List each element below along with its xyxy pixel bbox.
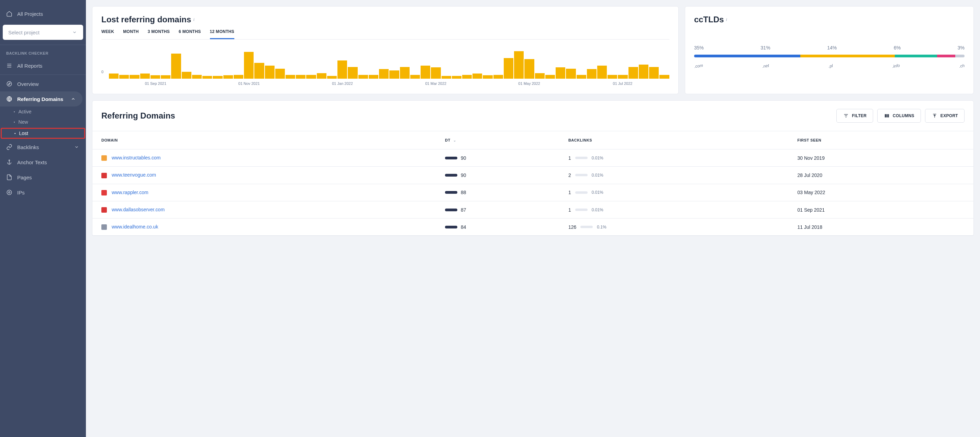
pages-label: Pages xyxy=(17,175,32,180)
first-seen-value: 28 Jul 2020 xyxy=(789,167,974,184)
sidebar-item-pages[interactable]: Pages xyxy=(0,170,86,185)
table-row: www.instructables.com9010.01%30 Nov 2019 xyxy=(92,149,974,167)
backlinks-count: 2 xyxy=(568,172,571,178)
chart-bar xyxy=(202,76,212,79)
chart-bar xyxy=(306,75,316,79)
time-tab[interactable]: MONTH xyxy=(123,29,139,39)
x-label: 01 Nov 2021 xyxy=(202,81,296,86)
chart-bar xyxy=(597,66,607,79)
x-label: 01 Mar 2022 xyxy=(389,81,482,86)
sidebar-sub-new[interactable]: •New xyxy=(0,117,86,127)
col-backlinks[interactable]: BACKLINKS xyxy=(559,131,789,149)
chart-bar xyxy=(524,59,534,79)
export-button[interactable]: EXPORT xyxy=(925,109,964,122)
dt-bar xyxy=(445,191,457,194)
chart-bar xyxy=(369,75,378,79)
chart-bar xyxy=(358,75,368,79)
chart-bar xyxy=(493,75,503,79)
col-first-seen[interactable]: FIRST SEEN xyxy=(789,131,974,149)
table-row: www.teenvogue.com9020.01%28 Jul 2020 xyxy=(92,167,974,184)
svg-marker-4 xyxy=(8,83,10,85)
sidebar-item-all-reports[interactable]: All Reports xyxy=(0,58,86,73)
chart-bar xyxy=(410,75,420,79)
referring-domains-table: DOMAIN DT⌄ BACKLINKS FIRST SEEN www.inst… xyxy=(92,131,974,236)
svg-point-3 xyxy=(7,81,12,86)
favicon xyxy=(101,155,107,161)
time-tab[interactable]: WEEK xyxy=(101,29,114,39)
anchor-texts-label: Anchor Texts xyxy=(17,159,47,165)
chevron-up-icon xyxy=(70,96,76,102)
chart-bar xyxy=(628,67,638,79)
filter-button[interactable]: FILTER xyxy=(836,109,873,122)
domain-link[interactable]: www.instructables.com xyxy=(112,155,161,160)
domain-link[interactable]: www.dallasobserver.com xyxy=(112,207,165,212)
dt-bar xyxy=(445,208,457,211)
chart-bar xyxy=(462,75,472,79)
tld-percent: 6% xyxy=(894,45,900,51)
tld-segment xyxy=(895,55,937,57)
sidebar-item-overview[interactable]: Overview xyxy=(0,76,86,91)
chart-bar xyxy=(223,75,233,79)
chart-bar xyxy=(379,69,389,79)
sidebar-section-backlink: BACKLINK CHECKER xyxy=(0,46,86,58)
dt-value: 88 xyxy=(461,190,466,195)
compass-icon xyxy=(6,81,13,87)
chart-bar xyxy=(483,75,492,79)
sidebar-item-backlinks[interactable]: Backlinks xyxy=(0,140,86,154)
sidebar-sub-lost[interactable]: •Lost xyxy=(1,128,85,139)
dt-bar xyxy=(445,157,457,159)
time-tab[interactable]: 3 MONTHS xyxy=(148,29,170,39)
chart-bar xyxy=(234,75,243,79)
tld-segment xyxy=(694,55,801,57)
x-label: 01 Sep 2021 xyxy=(109,81,202,86)
col-dt[interactable]: DT⌄ xyxy=(436,131,559,149)
svg-rect-16 xyxy=(888,114,889,117)
domain-link[interactable]: www.rappler.com xyxy=(112,190,148,195)
backlinks-bar xyxy=(575,208,588,211)
first-seen-value: 03 May 2022 xyxy=(789,184,974,201)
ips-label: IPs xyxy=(17,190,25,195)
dt-bar xyxy=(445,174,457,176)
domain-link[interactable]: www.teenvogue.com xyxy=(112,172,156,178)
sidebar-item-all-projects[interactable]: All Projects xyxy=(0,6,86,21)
tld-labels: .com.net.pl.info.ch xyxy=(694,64,964,68)
info-icon[interactable]: i xyxy=(726,17,727,22)
info-icon[interactable]: i xyxy=(193,17,194,22)
main-content: Lost referring domains i WEEKMONTH3 MONT… xyxy=(86,0,980,437)
sidebar-item-referring-domains[interactable]: Referring Domains xyxy=(0,91,83,106)
globe-icon xyxy=(6,96,13,102)
domain-link[interactable]: www.idealhome.co.uk xyxy=(112,224,158,229)
target-icon xyxy=(6,189,13,195)
time-tab[interactable]: 12 MONTHS xyxy=(210,29,234,39)
first-seen-value: 30 Nov 2019 xyxy=(789,149,974,167)
select-project-label: Select project xyxy=(8,30,40,35)
chart-bar xyxy=(577,75,586,79)
time-tab[interactable]: 6 MONTHS xyxy=(179,29,200,39)
chart-bar xyxy=(473,73,482,79)
card-title-lost: Lost referring domains i xyxy=(101,15,669,24)
chart-bar xyxy=(649,67,659,79)
tld-label: .pl xyxy=(828,63,833,69)
x-axis-labels: 01 Sep 202101 Nov 202101 Jan 202201 Mar … xyxy=(101,81,669,86)
backlinks-count: 1 xyxy=(568,207,571,213)
columns-button[interactable]: COLUMNS xyxy=(877,109,921,122)
anchor-icon xyxy=(6,159,13,165)
chart-bar xyxy=(545,75,555,79)
backlinks-percent: 0.1% xyxy=(597,225,606,229)
chevron-down-icon xyxy=(73,144,80,150)
tld-segment xyxy=(800,55,894,57)
select-project-dropdown[interactable]: Select project xyxy=(3,25,83,40)
home-icon xyxy=(6,11,13,17)
chart-bar xyxy=(514,51,524,79)
backlinks-bar xyxy=(575,157,588,159)
first-seen-value: 11 Jul 2018 xyxy=(789,218,974,236)
col-domain[interactable]: DOMAIN xyxy=(92,131,436,149)
dt-bar xyxy=(445,226,457,229)
sidebar-item-anchor-texts[interactable]: Anchor Texts xyxy=(0,154,86,170)
chart-bar xyxy=(535,73,545,79)
sidebar-item-ips[interactable]: IPs xyxy=(0,185,86,200)
upload-icon xyxy=(932,113,938,119)
chart-bar xyxy=(317,73,326,79)
sidebar-sub-active[interactable]: •Active xyxy=(0,106,86,117)
chart-bar xyxy=(192,75,202,79)
